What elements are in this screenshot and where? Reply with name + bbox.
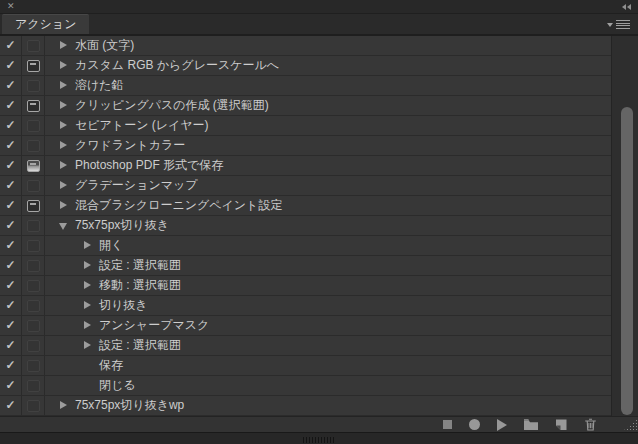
toggle-dialog-cell[interactable] bbox=[22, 216, 45, 235]
disclosure-collapsed-icon[interactable] bbox=[59, 401, 68, 411]
action-row[interactable]: 閉じる bbox=[0, 376, 611, 396]
action-row[interactable]: 開く bbox=[0, 236, 611, 256]
action-row[interactable]: セピアトーン (レイヤー) bbox=[0, 116, 611, 136]
toggle-item-checkbox[interactable] bbox=[0, 396, 22, 415]
action-row[interactable]: アンシャープマスク bbox=[0, 316, 611, 336]
toggle-item-checkbox[interactable] bbox=[0, 296, 22, 315]
toggle-item-checkbox[interactable] bbox=[0, 76, 22, 95]
toggle-dialog-cell[interactable] bbox=[22, 156, 45, 175]
action-row[interactable]: 設定 : 選択範囲 bbox=[0, 336, 611, 356]
toggle-dialog-cell[interactable] bbox=[22, 376, 45, 395]
action-label[interactable]: 混合ブラシクローニングペイント設定 bbox=[75, 196, 282, 215]
action-row[interactable]: 設定 : 選択範囲 bbox=[0, 256, 611, 276]
action-label[interactable]: 水面 (文字) bbox=[75, 36, 134, 55]
toggle-dialog-cell[interactable] bbox=[22, 196, 45, 215]
disclosure-collapsed-icon[interactable] bbox=[59, 121, 68, 131]
new-set-button[interactable] bbox=[524, 419, 538, 430]
action-row[interactable]: 移動 : 選択範囲 bbox=[0, 276, 611, 296]
action-row[interactable]: グラデーションマップ bbox=[0, 176, 611, 196]
disclosure-collapsed-icon[interactable] bbox=[59, 101, 68, 111]
disclosure-collapsed-icon[interactable] bbox=[59, 181, 68, 191]
action-label[interactable]: 切り抜き bbox=[99, 296, 148, 315]
action-label[interactable]: カスタム RGB からグレースケールへ bbox=[75, 56, 279, 75]
action-label[interactable]: 開く bbox=[99, 236, 123, 255]
action-label[interactable]: 閉じる bbox=[99, 376, 136, 395]
toggle-dialog-cell[interactable] bbox=[22, 396, 45, 415]
toggle-item-checkbox[interactable] bbox=[0, 196, 22, 215]
toggle-dialog-cell[interactable] bbox=[22, 96, 45, 115]
panel-drag-handle-icon[interactable] bbox=[303, 437, 335, 443]
action-label[interactable]: 75x75px切り抜きwp bbox=[75, 396, 184, 415]
toggle-item-checkbox[interactable] bbox=[0, 336, 22, 355]
toggle-item-checkbox[interactable] bbox=[0, 136, 22, 155]
close-icon[interactable] bbox=[7, 2, 15, 11]
scrollbar-thumb[interactable] bbox=[621, 107, 633, 415]
resize-grip-icon[interactable] bbox=[623, 419, 637, 431]
toggle-item-checkbox[interactable] bbox=[0, 116, 22, 135]
toggle-dialog-cell[interactable] bbox=[22, 76, 45, 95]
action-label[interactable]: 保存 bbox=[99, 356, 123, 375]
action-label[interactable]: クリッピングパスの作成 (選択範囲) bbox=[75, 96, 269, 115]
action-row[interactable]: 75x75px切り抜き bbox=[0, 216, 611, 236]
toggle-item-checkbox[interactable] bbox=[0, 236, 22, 255]
toggle-dialog-cell[interactable] bbox=[22, 236, 45, 255]
disclosure-collapsed-icon[interactable] bbox=[83, 301, 92, 311]
toggle-dialog-cell[interactable] bbox=[22, 276, 45, 295]
toggle-dialog-cell[interactable] bbox=[22, 296, 45, 315]
disclosure-collapsed-icon[interactable] bbox=[83, 281, 92, 291]
action-label[interactable]: グラデーションマップ bbox=[75, 176, 198, 195]
action-row[interactable]: 75x75px切り抜きwp bbox=[0, 396, 611, 416]
action-label[interactable]: 移動 : 選択範囲 bbox=[99, 276, 181, 295]
tab-actions[interactable]: アクション bbox=[2, 14, 89, 34]
toggle-item-checkbox[interactable] bbox=[0, 256, 22, 275]
disclosure-collapsed-icon[interactable] bbox=[59, 41, 68, 51]
action-label[interactable]: クワドラントカラー bbox=[75, 136, 185, 155]
toggle-item-checkbox[interactable] bbox=[0, 276, 22, 295]
play-button[interactable] bbox=[497, 419, 507, 431]
action-label[interactable]: 75x75px切り抜き bbox=[75, 216, 169, 235]
delete-button[interactable] bbox=[584, 418, 597, 431]
disclosure-collapsed-icon[interactable] bbox=[83, 341, 92, 351]
record-button[interactable] bbox=[469, 419, 480, 430]
new-action-button[interactable] bbox=[555, 419, 567, 431]
disclosure-collapsed-icon[interactable] bbox=[59, 201, 68, 211]
toggle-item-checkbox[interactable] bbox=[0, 96, 22, 115]
toggle-item-checkbox[interactable] bbox=[0, 316, 22, 335]
toggle-item-checkbox[interactable] bbox=[0, 376, 22, 395]
toggle-item-checkbox[interactable] bbox=[0, 176, 22, 195]
disclosure-collapsed-icon[interactable] bbox=[59, 141, 68, 151]
action-label[interactable]: アンシャープマスク bbox=[99, 316, 209, 335]
disclosure-collapsed-icon[interactable] bbox=[83, 261, 92, 271]
toggle-dialog-cell[interactable] bbox=[22, 316, 45, 335]
action-label[interactable]: 設定 : 選択範囲 bbox=[99, 256, 181, 275]
action-row[interactable]: カスタム RGB からグレースケールへ bbox=[0, 56, 611, 76]
action-row[interactable]: クワドラントカラー bbox=[0, 136, 611, 156]
disclosure-collapsed-icon[interactable] bbox=[59, 61, 68, 71]
action-label[interactable]: セピアトーン (レイヤー) bbox=[75, 116, 209, 135]
disclosure-collapsed-icon[interactable] bbox=[83, 241, 92, 251]
panel-menu-icon[interactable] bbox=[607, 20, 630, 30]
action-row[interactable]: Photoshop PDF 形式で保存 bbox=[0, 156, 611, 176]
collapse-panel-icon[interactable] bbox=[622, 4, 631, 10]
action-label[interactable]: Photoshop PDF 形式で保存 bbox=[75, 156, 223, 175]
toggle-dialog-cell[interactable] bbox=[22, 36, 45, 55]
disclosure-collapsed-icon[interactable] bbox=[59, 81, 68, 91]
toggle-dialog-cell[interactable] bbox=[22, 176, 45, 195]
toggle-dialog-cell[interactable] bbox=[22, 116, 45, 135]
toggle-item-checkbox[interactable] bbox=[0, 216, 22, 235]
disclosure-collapsed-icon[interactable] bbox=[59, 161, 68, 171]
toggle-dialog-cell[interactable] bbox=[22, 56, 45, 75]
toggle-item-checkbox[interactable] bbox=[0, 156, 22, 175]
toggle-dialog-cell[interactable] bbox=[22, 336, 45, 355]
toggle-item-checkbox[interactable] bbox=[0, 56, 22, 75]
action-label[interactable]: 溶けた鉛 bbox=[75, 76, 124, 95]
toggle-dialog-cell[interactable] bbox=[22, 356, 45, 375]
action-row[interactable]: 混合ブラシクローニングペイント設定 bbox=[0, 196, 611, 216]
toggle-item-checkbox[interactable] bbox=[0, 356, 22, 375]
disclosure-expanded-icon[interactable] bbox=[59, 221, 68, 231]
stop-button[interactable] bbox=[443, 420, 452, 429]
action-row[interactable]: 保存 bbox=[0, 356, 611, 376]
toggle-dialog-cell[interactable] bbox=[22, 256, 45, 275]
action-row[interactable]: 水面 (文字) bbox=[0, 36, 611, 56]
vertical-scrollbar[interactable] bbox=[611, 36, 638, 416]
